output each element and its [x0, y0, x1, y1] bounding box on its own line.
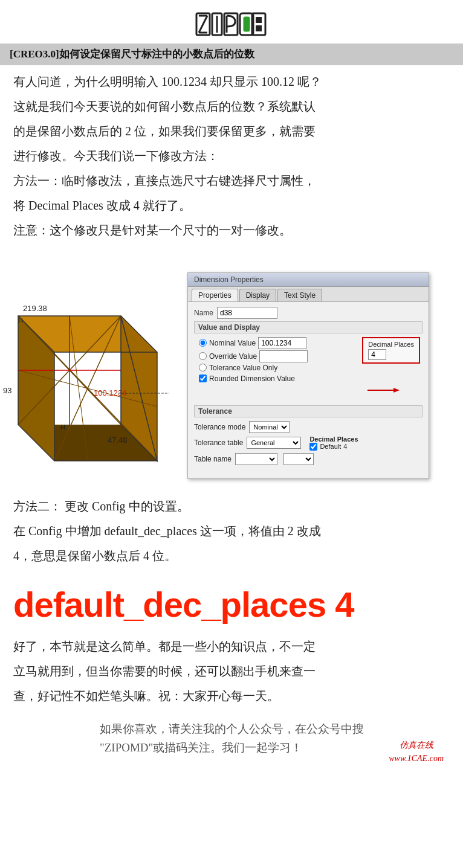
dialog-tabs: Properties Display Text Style [188, 287, 429, 302]
tolerance-only-radio[interactable] [199, 364, 207, 371]
dp-default-row: Default 4 [309, 443, 358, 451]
table-name-label: Table name [194, 455, 232, 463]
paragraph-3: 的是保留小数点后的 2 位，如果我们要保留更多，就需要 [13, 121, 450, 142]
watermark-text: 仿真在线 www.1CAE.com [389, 739, 444, 766]
svg-text:47.48: 47.48 [108, 436, 128, 445]
svg-rect-11 [256, 17, 262, 23]
paragraph-10: 4，意思是保留小数点后 4 位。 [13, 545, 450, 567]
rounded-checkbox[interactable] [199, 375, 207, 382]
name-label: Name [194, 309, 213, 317]
paragraph-13: 查，好记性不如烂笔头嘛。祝：大家开心每一天。 [13, 686, 450, 707]
svg-text:H: H [60, 423, 65, 431]
nominal-input[interactable] [258, 337, 306, 349]
conclusion-content: 好了，本节就是这么简单。都是一些小的知识点，不一定 立马就用到，但当你需要的时候… [0, 630, 463, 716]
paragraph-5: 方法一：临时修改法，直接点选尺寸右键选择尺寸属性， [13, 170, 450, 191]
dimension-properties-dialog: Dimension Properties Properties Display … [187, 272, 429, 479]
rounded-row: Rounded Dimension Value [199, 375, 423, 383]
paragraph-1: 有人问道，为什么明明输入 100.1234 却只显示 100.12 呢？ [13, 71, 450, 92]
paragraph-12: 立马就用到，但当你需要的时候，还可以翻出手机来查一 [13, 661, 450, 682]
tolerance-mode-label: Tolerance mode [194, 423, 245, 431]
paragraph-7: 注意：这个修改只是针对某一个尺寸的一对一修改。 [13, 220, 450, 241]
footer-text-1: 如果你喜欢，请关注我的个人公众号，在公众号中搜 [13, 720, 450, 738]
nominal-label: Nominal Value [209, 339, 256, 347]
combined-image: 219.38 H 100.1234 93 H 47.48 [0, 256, 436, 485]
tolerance-mode-select[interactable]: Nominal [249, 421, 290, 433]
tolerance-body: Tolerance mode Nominal Tolerance table G… [194, 421, 423, 474]
paragraph-8: 方法二： 更改 Config 中的设置。 [13, 496, 450, 517]
name-input[interactable] [217, 307, 277, 319]
table-name-row: Table name [194, 453, 423, 465]
paragraph-4: 进行修改。今天我们说一下修改方法： [13, 146, 450, 167]
big-command-text: default_dec_places 4 [0, 576, 463, 631]
override-input[interactable] [259, 350, 308, 362]
tolerance-table-select[interactable]: General [247, 437, 301, 449]
paragraph-11: 好了，本节就是这么简单。都是一些小的知识点，不一定 [13, 636, 450, 657]
tolerance-table-label: Tolerance table [194, 439, 243, 447]
decimal-places-input[interactable] [368, 349, 386, 360]
tolerance-only-label: Tolerance Value Only [209, 364, 277, 372]
value-display-section: Value and Display [194, 321, 423, 333]
svg-text:219.38: 219.38 [23, 304, 47, 313]
cad-drawing: 219.38 H 100.1234 93 H 47.48 [0, 256, 169, 485]
override-radio[interactable] [199, 352, 207, 360]
svg-text:93: 93 [3, 386, 11, 395]
nominal-radio[interactable] [199, 339, 207, 347]
name-row: Name [194, 307, 423, 319]
decimal-places-label: Decimal Places [368, 341, 414, 348]
svg-line-3 [199, 16, 207, 33]
override-label: Override Value [209, 352, 257, 361]
red-arrow-icon [364, 385, 401, 400]
tolerance-section: Tolerance [194, 405, 423, 417]
dp-default-label: Default [320, 443, 341, 450]
tab-text-style[interactable]: Text Style [277, 289, 322, 301]
arrow-container [194, 385, 423, 402]
logo-area [0, 0, 463, 43]
footer-text-2: "ZIPOMD"或描码关注。我们一起学习！ 仿真在线 www.1CAE.com [13, 739, 450, 757]
paragraph-6: 将 Decimal Places 改成 4 就行了。 [13, 195, 450, 216]
article-title: [CREO3.0]如何设定保留尺寸标注中的小数点后的位数 [0, 43, 463, 65]
decimal-places-box: Decimal Places [362, 337, 420, 364]
tolerance-table-row: Tolerance table General Decimal Places D… [194, 436, 423, 451]
tolerance-only-row: Tolerance Value Only [199, 364, 423, 372]
paragraph-2: 这就是我们今天要说的如何留小数点后的位数？系统默认 [13, 96, 450, 117]
after-image-content: 方法二： 更改 Config 中的设置。 在 Config 中增加 defaul… [0, 490, 463, 576]
dialog-body: Name Value and Display Nominal Value [188, 302, 429, 478]
rounded-label: Rounded Dimension Value [209, 375, 295, 383]
svg-marker-39 [393, 388, 400, 393]
tab-properties[interactable]: Properties [192, 289, 238, 301]
svg-text:100.1234: 100.1234 [94, 388, 126, 397]
tab-display[interactable]: Display [239, 289, 276, 301]
dp-default-value: 4 [343, 443, 347, 450]
zipomd-logo [195, 11, 268, 37]
footer-section: 如果你喜欢，请关注我的个人公众号，在公众号中搜 "ZIPOMD"或描码关注。我们… [0, 716, 463, 760]
dp-section-label: Decimal Places [309, 436, 358, 443]
dp-default-checkbox[interactable] [309, 443, 317, 451]
dialog-title: Dimension Properties [188, 273, 429, 287]
table-name-select[interactable] [235, 453, 277, 465]
tolerance-mode-row: Tolerance mode Nominal [194, 421, 423, 433]
dp-section: Decimal Places Default 4 [309, 436, 358, 451]
main-content: 有人问道，为什么明明输入 100.1234 却只显示 100.12 呢？ 这就是… [0, 65, 463, 251]
svg-rect-9 [244, 17, 250, 31]
paragraph-9: 在 Config 中增加 default_dec_places 这一项，将值由 … [13, 521, 450, 542]
svg-rect-12 [256, 25, 262, 31]
table-name-select2[interactable] [283, 453, 314, 465]
image-block: 219.38 H 100.1234 93 H 47.48 [0, 256, 463, 485]
page-wrapper: [CREO3.0]如何设定保留尺寸标注中的小数点后的位数 有人问道，为什么明明输… [0, 0, 463, 760]
